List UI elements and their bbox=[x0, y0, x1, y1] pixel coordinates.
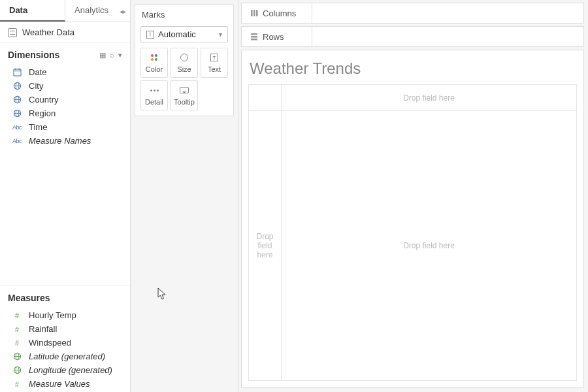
abc-icon: Abc bbox=[12, 138, 22, 144]
marks-tooltip[interactable]: Tooltip bbox=[171, 80, 198, 110]
marks-type-dropdown[interactable]: T Automatic ▾ bbox=[140, 26, 228, 42]
datasource-icon bbox=[8, 28, 17, 37]
dimensions-title: Dimensions bbox=[8, 50, 59, 60]
columns-shelf-label: Columns bbox=[263, 8, 296, 18]
search-icon[interactable]: ⌕ bbox=[110, 51, 114, 59]
globe-icon bbox=[12, 95, 22, 104]
columns-shelf-label-area: Columns bbox=[242, 3, 312, 23]
field-latitude[interactable]: Latitude (generated) bbox=[0, 350, 130, 363]
field-label: Time bbox=[29, 122, 47, 132]
columns-icon bbox=[250, 8, 259, 18]
marks-card: Marks T Automatic ▾ Color Size T bbox=[135, 4, 234, 116]
field-label: Rainfall bbox=[29, 324, 57, 334]
rows-shelf-label-area: Rows bbox=[242, 27, 312, 46]
columns-shelf[interactable]: Columns bbox=[241, 3, 584, 24]
measures-title: Measures bbox=[8, 293, 50, 303]
hash-icon: # bbox=[12, 339, 22, 347]
field-label: Date bbox=[29, 67, 46, 77]
chevron-down-icon: ▾ bbox=[219, 31, 222, 38]
rows-icon bbox=[250, 32, 259, 41]
marks-grid: Color Size T Text Detail Tooltip bbox=[135, 48, 233, 116]
svg-rect-24 bbox=[251, 39, 257, 41]
calendar-icon bbox=[12, 68, 22, 76]
tab-caret-icon: ◂▸ bbox=[120, 7, 126, 14]
globe-icon bbox=[12, 82, 22, 90]
hash-icon: # bbox=[12, 380, 22, 388]
field-label: Region bbox=[29, 108, 56, 118]
field-hourly-temp[interactable]: # Hourly Temp bbox=[0, 308, 130, 322]
measures-section: Measures # Hourly Temp # Rainfall # Wind… bbox=[0, 286, 130, 392]
field-country[interactable]: Country bbox=[0, 93, 130, 106]
data-panel: Data Analytics ◂▸ Weather Data Dimension… bbox=[0, 0, 131, 392]
worksheet-area: Columns Rows Weather Trends Drop field h… bbox=[238, 0, 588, 392]
drop-rows-zone[interactable]: Drop field here bbox=[249, 111, 282, 380]
datasource-row[interactable]: Weather Data bbox=[0, 22, 130, 43]
marks-type-icon: T bbox=[146, 31, 154, 39]
svg-rect-20 bbox=[253, 10, 255, 16]
marks-type-label: Automatic bbox=[158, 29, 196, 39]
field-label: Country bbox=[29, 95, 59, 105]
view-mode-icon[interactable]: ▦ bbox=[99, 51, 106, 59]
marks-header: Marks bbox=[135, 5, 233, 24]
field-rainfall[interactable]: # Rainfall bbox=[0, 322, 130, 336]
svg-rect-0 bbox=[13, 69, 20, 76]
size-icon bbox=[179, 52, 189, 63]
drop-main-zone[interactable]: Drop field here bbox=[282, 111, 576, 380]
measures-header: Measures bbox=[0, 286, 130, 307]
field-label: Longitude (generated) bbox=[29, 365, 112, 375]
tab-analytics-label: Analytics bbox=[74, 5, 108, 15]
drop-corner bbox=[249, 85, 282, 111]
svg-rect-22 bbox=[251, 33, 257, 35]
drop-hint: Drop field here bbox=[252, 232, 278, 259]
marks-tooltip-label: Tooltip bbox=[174, 98, 195, 106]
hash-icon: # bbox=[12, 325, 22, 333]
rows-shelf[interactable]: Rows bbox=[241, 26, 584, 47]
field-time[interactable]: Abc Time bbox=[0, 120, 130, 134]
field-date[interactable]: Date bbox=[0, 65, 130, 79]
drop-hint: Drop field here bbox=[403, 93, 455, 103]
marks-detail[interactable]: Detail bbox=[140, 80, 168, 110]
field-label: Latitude (generated) bbox=[29, 351, 105, 361]
datasource-name: Weather Data bbox=[22, 27, 74, 37]
spacer bbox=[0, 149, 130, 286]
field-label: City bbox=[29, 81, 43, 91]
field-windspeed[interactable]: # Windspeed bbox=[0, 336, 130, 350]
marks-text[interactable]: T Text bbox=[201, 48, 228, 78]
field-label: Windspeed bbox=[29, 338, 71, 348]
rows-drop-zone[interactable] bbox=[312, 27, 583, 46]
abc-icon: Abc bbox=[12, 124, 22, 131]
tab-data[interactable]: Data bbox=[0, 0, 65, 22]
sheet-title[interactable]: Weather Trends bbox=[248, 57, 577, 84]
marks-color-label: Color bbox=[146, 65, 163, 73]
canvas-card: Weather Trends Drop field here Drop fiel… bbox=[241, 50, 584, 388]
field-label: Measure Values bbox=[29, 379, 90, 389]
svg-rect-21 bbox=[256, 10, 258, 16]
dimensions-tools: ▦ ⌕ ▾ bbox=[99, 51, 122, 59]
columns-drop-zone[interactable] bbox=[312, 3, 583, 23]
drop-columns-zone[interactable]: Drop field here bbox=[282, 85, 576, 111]
marks-size[interactable]: Size bbox=[171, 48, 198, 78]
menu-caret-icon[interactable]: ▾ bbox=[118, 51, 122, 59]
svg-rect-23 bbox=[251, 36, 257, 38]
svg-rect-19 bbox=[251, 10, 253, 16]
field-region[interactable]: Region bbox=[0, 106, 130, 120]
marks-text-label: Text bbox=[208, 65, 221, 73]
marks-color[interactable]: Color bbox=[140, 48, 168, 78]
dimensions-header: Dimensions ▦ ⌕ ▾ bbox=[0, 43, 130, 64]
measures-list: # Hourly Temp # Rainfall # Windspeed Lat… bbox=[0, 307, 130, 392]
globe-icon bbox=[12, 366, 22, 374]
field-label: Hourly Temp bbox=[29, 310, 76, 320]
field-measure-names[interactable]: Abc Measure Names bbox=[0, 134, 130, 148]
hash-icon: # bbox=[12, 312, 22, 319]
field-longitude[interactable]: Longitude (generated) bbox=[0, 363, 130, 377]
detail-icon bbox=[149, 85, 159, 95]
field-measure-values[interactable]: # Measure Values bbox=[0, 377, 130, 391]
dimensions-list: Date City Country Region Abc Time Abc M bbox=[0, 64, 130, 149]
color-icon bbox=[149, 52, 159, 63]
drop-hint: Drop field here bbox=[403, 241, 455, 250]
field-city[interactable]: City bbox=[0, 79, 130, 93]
globe-icon bbox=[12, 352, 22, 361]
field-label: Measure Names bbox=[29, 136, 91, 146]
globe-icon bbox=[12, 109, 22, 118]
tab-analytics[interactable]: Analytics ◂▸ bbox=[65, 0, 130, 22]
